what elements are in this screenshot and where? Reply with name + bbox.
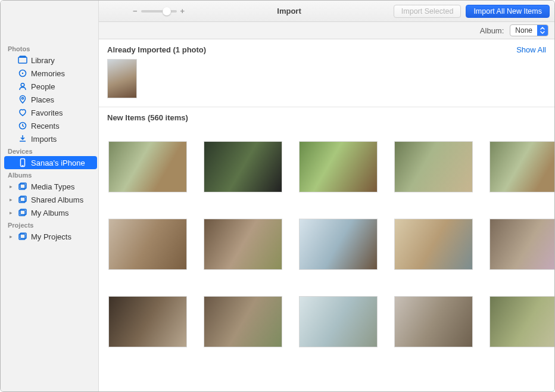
section-heading: Already Imported (1 photo) [107,45,206,54]
sidebar-item-memories[interactable]: Memories [4,67,97,80]
photo-thumbnail[interactable] [108,219,187,270]
sidebar-item-my-projects[interactable]: ▸ My Projects [4,230,97,243]
library-icon [18,55,27,65]
chevron-up-down-icon [537,25,548,36]
sidebar-item-label: Imports [31,135,93,144]
chevron-right-icon[interactable]: ▸ [8,197,14,203]
section-heading: New Items (560 items) [107,113,188,122]
sidebar-header-projects: Projects [4,219,97,230]
svg-rect-1 [20,56,26,57]
thumbnail-zoom-slider[interactable]: − + [133,7,185,15]
new-items-grid [99,127,554,347]
photo-thumbnail[interactable] [107,59,137,98]
sidebar-item-label: My Albums [31,209,93,217]
sidebar-header-photos: Photos [4,43,97,54]
sidebar-item-label: Places [31,95,93,104]
sidebar-item-label: My Projects [31,232,93,241]
photo-thumbnail[interactable] [489,296,554,347]
already-imported-header: Already Imported (1 photo) Show All [99,39,554,59]
sidebar-item-label: Media Types [31,182,93,191]
sidebar-item-imports[interactable]: Imports [4,132,97,145]
photos-window: − + Import Import Selected Import All Ne… [0,0,555,392]
photo-thumbnail[interactable] [394,219,473,270]
recents-icon [18,121,27,130]
import-all-button[interactable]: Import All New Items [466,5,550,18]
photo-thumbnail[interactable] [204,219,282,270]
places-icon [18,95,27,104]
sidebar-item-label: Memories [31,69,93,78]
people-icon [18,82,27,91]
photo-thumbnail[interactable] [204,141,282,192]
sidebar-item-favorites[interactable]: Favorites [4,106,97,119]
iphone-icon [18,158,27,167]
sidebar-header-albums: Albums [4,169,97,180]
svg-point-3 [22,73,23,74]
album-icon [18,232,27,241]
favorites-icon [18,108,27,117]
album-select[interactable]: None [510,24,548,36]
sidebar-item-shared-albums[interactable]: ▸ Shared Albums [4,193,97,206]
photo-thumbnail[interactable] [299,219,378,270]
sidebar-item-device-iphone[interactable]: Sanaa's iPhone [4,156,97,169]
album-icon [18,208,27,217]
show-all-link[interactable]: Show All [516,45,546,54]
sidebar-item-label: Sanaa's iPhone [31,158,93,167]
sidebar-item-recents[interactable]: Recents [4,119,97,132]
window-title: Import [191,7,388,15]
memories-icon [18,69,27,78]
imports-icon [18,134,27,144]
sidebar-item-places[interactable]: Places [4,93,97,106]
sidebar: Photos Library Memories People [1,1,99,391]
photo-thumbnail[interactable] [108,296,187,347]
svg-rect-0 [18,57,27,63]
sidebar-item-my-albums[interactable]: ▸ My Albums [4,206,97,219]
album-select-value: None [510,26,537,35]
photo-thumbnail[interactable] [204,296,282,347]
window-body: Photos Library Memories People [1,39,554,391]
sidebar-item-people[interactable]: People [4,80,97,93]
chevron-right-icon[interactable]: ▸ [8,210,14,216]
album-label: Album: [480,26,504,35]
chevron-right-icon[interactable]: ▸ [8,183,14,189]
photo-thumbnail[interactable] [299,296,378,347]
new-items-header: New Items (560 items) [99,107,554,127]
photo-thumbnail[interactable] [489,219,554,270]
photo-thumbnail[interactable] [394,296,473,347]
import-selected-button[interactable]: Import Selected [394,5,462,18]
import-main: Already Imported (1 photo) Show All New … [99,39,554,391]
photo-thumbnail[interactable] [394,141,473,192]
toolbar-right: Import Selected Import All New Items [394,5,550,18]
sidebar-item-label: Recents [31,122,93,130]
zoom-in-icon: + [180,7,185,15]
album-icon [18,195,27,204]
sidebar-header-devices: Devices [4,145,97,156]
sidebar-item-media-types[interactable]: ▸ Media Types [4,180,97,193]
sidebar-item-label: People [31,82,93,91]
svg-point-4 [21,83,24,87]
sidebar-item-label: Library [31,56,93,65]
photo-thumbnail[interactable] [108,141,187,192]
sidebar-item-label: Favorites [31,108,93,117]
svg-point-5 [21,97,23,99]
zoom-out-icon: − [133,7,138,15]
photo-thumbnail[interactable] [489,141,554,192]
album-icon [18,182,27,191]
zoom-track[interactable] [141,10,177,13]
already-imported-row [99,59,554,107]
sidebar-item-label: Shared Albums [31,195,93,204]
photo-thumbnail[interactable] [299,141,378,192]
chevron-right-icon[interactable]: ▸ [8,234,14,239]
sidebar-item-library[interactable]: Library [4,54,97,67]
zoom-knob[interactable] [163,7,171,15]
